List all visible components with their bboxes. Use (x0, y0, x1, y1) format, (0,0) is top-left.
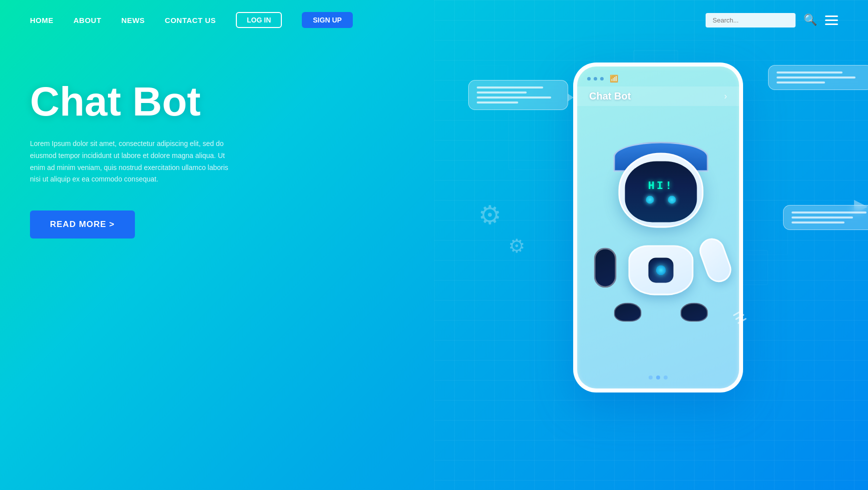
robot-hi-text: HI! (648, 180, 674, 192)
bubble-line (792, 212, 867, 214)
gear-icon-small: ⚙ (508, 235, 525, 257)
phone-container: 🌐 📁 ▶ ⚙ ⚙ 📶 Chat Bo (558, 40, 758, 415)
menu-bar-2 (825, 20, 838, 21)
phone-status-bar: 📶 (577, 66, 739, 86)
read-more-button[interactable]: READ MORE > (30, 210, 135, 238)
gear-icon-large: ⚙ (478, 200, 502, 230)
nav-links: HOME ABOUT NEWS CONTACT US LOG IN SIGN U… (30, 12, 706, 28)
search-input[interactable] (706, 13, 796, 28)
menu-bar-3 (825, 24, 838, 25)
robot-chest-light (656, 265, 666, 275)
signup-button[interactable]: SIGN UP (302, 12, 353, 28)
hero-title: Chat Bot (30, 80, 310, 123)
phone-dot-3 (664, 376, 668, 380)
robot-foot-right (681, 302, 708, 322)
hamburger-menu[interactable] (825, 16, 838, 25)
phone-dot-1 (649, 376, 653, 380)
bubble-line (477, 102, 518, 104)
status-dot-3 (600, 77, 604, 80)
bubble-line (777, 76, 856, 78)
robot-arm-left (594, 248, 617, 288)
phone-header-arrow: › (724, 91, 727, 102)
status-dot-1 (587, 77, 591, 80)
login-button[interactable]: LOG IN (236, 12, 282, 28)
robot-eye-right (668, 196, 676, 204)
bubble-lines-left (477, 86, 560, 104)
chat-bubble-left (468, 80, 568, 110)
nav-about[interactable]: ABOUT (73, 16, 101, 24)
hero-description: Lorem Ipsum dolor sit amet, consectetur … (30, 138, 240, 186)
phone-dots-bottom (649, 376, 668, 380)
phone-header: Chat Bot › (577, 86, 739, 106)
bubble-line (477, 92, 527, 94)
robot-arm-right (696, 235, 735, 286)
nav-home[interactable]: HOME (30, 16, 53, 24)
robot-visor: HI! (625, 161, 697, 222)
bubble-line (477, 86, 543, 88)
chat-bubble-right-top (768, 65, 868, 90)
robot-eyes (646, 196, 676, 204)
phone-chat-title: Chat Bot (589, 90, 631, 102)
bubble-line (792, 216, 853, 218)
robot: HI! (591, 152, 731, 322)
nav-contact[interactable]: CONTACT US (165, 16, 216, 24)
nav-news[interactable]: NEWS (121, 16, 145, 24)
status-dot-2 (594, 77, 597, 80)
bubble-lines-right-mid (792, 212, 868, 224)
navbar: HOME ABOUT NEWS CONTACT US LOG IN SIGN U… (0, 0, 868, 40)
bubble-lines-right-top (777, 72, 865, 84)
robot-body (629, 245, 694, 295)
robot-chest (649, 258, 674, 282)
bubble-line (777, 72, 843, 74)
hero-left: Chat Bot Lorem Ipsum dolor sit amet, con… (30, 80, 310, 238)
search-icon[interactable]: 🔍 (804, 14, 817, 26)
phone-dot-2 (656, 376, 660, 380)
nav-right: 🔍 (706, 13, 838, 28)
bubble-line (477, 96, 551, 98)
menu-bar-1 (825, 16, 838, 17)
wifi-icon: 📶 (610, 74, 618, 82)
bubble-line (777, 82, 825, 84)
robot-head: HI! (619, 152, 704, 228)
robot-eye-left (646, 196, 654, 204)
chat-bubble-right-mid (783, 205, 868, 230)
robot-foot-left (614, 302, 642, 322)
bubble-line (792, 222, 845, 224)
